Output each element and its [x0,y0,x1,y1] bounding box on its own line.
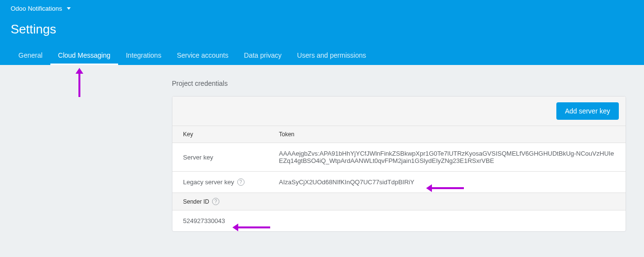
sender-id-value: 524927330043 [172,210,626,232]
tabs-bar: General Cloud Messaging Integrations Ser… [0,46,644,65]
add-server-key-button[interactable]: Add server key [556,102,619,120]
tab-users-permissions[interactable]: Users and permissions [290,46,374,65]
project-name: Odoo Notifications [11,5,62,12]
legacy-key-label: Legacy server key ? [172,172,269,193]
section-title: Project credentials [172,80,626,87]
tab-cloud-messaging[interactable]: Cloud Messaging [50,46,118,65]
help-icon[interactable]: ? [237,178,245,186]
help-icon[interactable]: ? [212,198,219,205]
content-area: Project credentials Add server key Key T… [0,65,644,246]
table-row-legacy-key: Legacy server key ? AIzaSyCjX2UOd68NIfKI… [172,172,626,193]
col-token: Token [269,126,626,143]
sender-id-header-text: Sender ID [183,198,209,205]
legacy-key-token: AIzaSyCjX2UOd68NIfKInQQ7UC77sidTdpBIRiY [269,172,626,193]
col-key: Key [172,126,269,143]
credentials-table: Key Token Server key AAAAejgbZvs:APA91bH… [172,126,626,231]
project-credentials-section: Project credentials Add server key Key T… [172,80,626,232]
card-actions: Add server key [172,96,626,126]
legacy-key-label-text: Legacy server key [183,178,234,186]
server-key-token: AAAAejgbZvs:APA91bHhYjYCfJWlnFinkZSBkwpX… [269,143,626,172]
server-key-label: Server key [172,143,269,172]
header-bar: Odoo Notifications Settings General Clou… [0,0,644,65]
sender-id-header-row: Sender ID ? [172,193,626,210]
sender-id-header: Sender ID ? [172,193,626,210]
tab-data-privacy[interactable]: Data privacy [236,46,290,65]
tab-general[interactable]: General [11,46,50,65]
sender-id-row: 524927330043 [172,210,626,232]
page-title: Settings [0,17,644,46]
tab-service-accounts[interactable]: Service accounts [169,46,236,65]
project-selector[interactable]: Odoo Notifications [0,0,644,17]
table-row-server-key: Server key AAAAejgbZvs:APA91bHhYjYCfJWln… [172,143,626,172]
chevron-down-icon [67,7,71,10]
credentials-card: Add server key Key Token Server key AAAA… [172,96,626,232]
tab-integrations[interactable]: Integrations [118,46,169,65]
